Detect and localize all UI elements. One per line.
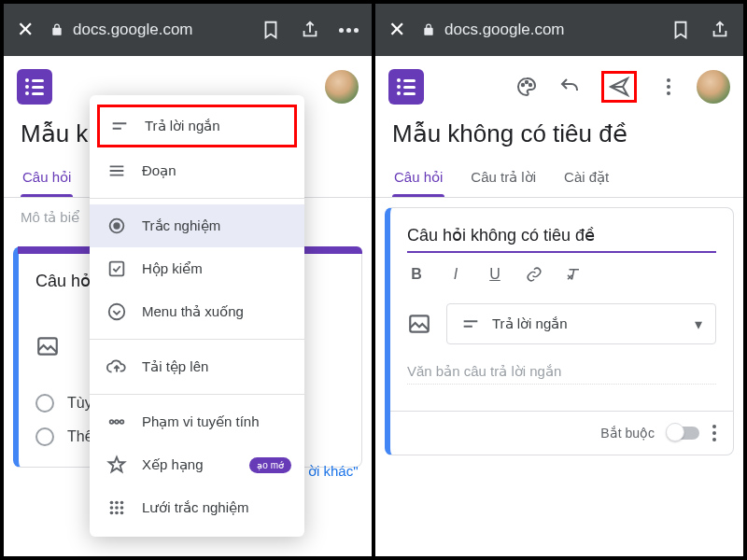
upload-icon [106,357,127,377]
svg-point-15 [115,511,119,515]
dropdown-icon [106,301,127,322]
bookmark-icon[interactable] [670,20,691,40]
url-text[interactable]: docs.google.com [73,21,193,39]
close-tab-icon[interactable]: ✕ [388,18,405,42]
format-toolbar: B I U [407,266,716,287]
radio-icon [106,216,127,236]
close-tab-icon[interactable]: ✕ [17,18,34,42]
svg-point-6 [115,420,119,424]
star-icon [106,455,127,475]
svg-point-5 [110,420,114,424]
bold-button[interactable]: B [407,266,426,287]
menu-linear-scale[interactable]: Phạm vi tuyến tính [90,400,304,443]
checkbox-icon [106,259,127,279]
browser-more-icon[interactable] [339,28,359,33]
question-card: Câu hỏi không có tiêu đề B I U [385,207,734,455]
lock-icon [422,23,435,36]
menu-multiple-choice[interactable]: Trắc nghiệm [90,204,304,247]
browser-bar: ✕ docs.google.com [375,4,743,56]
new-badge: ạo mớ [249,457,291,473]
tab-questions[interactable]: Câu hỏi [392,161,444,197]
menu-rating[interactable]: Xếp hạng ạo mớ [90,443,304,486]
forms-logo-icon[interactable] [388,69,424,105]
svg-point-16 [120,511,124,515]
svg-point-2 [114,223,120,229]
app-header [375,56,743,114]
image-icon[interactable] [35,334,60,358]
url-text[interactable]: docs.google.com [444,21,565,39]
svg-point-10 [120,501,124,505]
tabs: Câu hỏi Câu trả lời Cài đặt [375,161,743,198]
grid-icon [106,497,127,518]
menu-short-answer[interactable]: Trả lời ngắn [97,105,297,147]
clear-format-button[interactable] [564,266,583,287]
image-icon[interactable] [407,312,431,336]
tab-settings[interactable]: Cài đặt [562,161,611,197]
menu-dropdown[interactable]: Menu thả xuống [90,290,304,333]
send-icon[interactable] [608,76,630,98]
menu-grid[interactable]: Lưới trắc nghiệm [90,486,304,529]
question-type-select[interactable]: Trả lời ngắn ▾ [446,303,716,344]
question-title-input[interactable]: Câu hỏi không có tiêu đề [407,225,716,251]
share-icon[interactable] [710,20,730,40]
svg-point-13 [120,506,124,510]
paragraph-icon [106,161,127,181]
palette-icon[interactable] [515,76,538,98]
svg-rect-3 [110,262,124,276]
question-more-icon[interactable] [712,425,716,441]
svg-point-8 [110,501,114,505]
link-button[interactable] [525,266,543,287]
share-icon[interactable] [300,20,320,40]
tab-responses[interactable]: Câu trả lời [469,161,538,197]
lock-icon [50,23,63,36]
required-label: Bắt buộc [600,426,655,441]
answer-hint-text: Văn bản câu trả lời ngắn [407,344,716,385]
required-toggle[interactable] [668,427,699,440]
menu-paragraph[interactable]: Đoạn [90,149,304,192]
avatar[interactable] [325,70,359,104]
bookmark-icon[interactable] [261,20,281,40]
italic-button[interactable]: I [446,266,465,287]
svg-point-4 [109,304,125,320]
undo-icon[interactable] [558,76,581,98]
short-answer-icon [460,314,481,334]
short-answer-icon [109,116,130,136]
svg-point-19 [529,84,531,86]
send-highlight [601,71,637,103]
browser-bar: ✕ docs.google.com [4,4,372,56]
chevron-down-icon: ▾ [695,315,702,333]
menu-file-upload[interactable]: Tải tệp lên [90,345,304,388]
underline-button[interactable]: U [486,266,504,287]
form-title[interactable]: Mẫu không có tiêu đề [375,114,743,161]
more-icon[interactable] [657,76,680,98]
svg-point-18 [526,81,528,83]
svg-point-14 [110,511,114,515]
linear-scale-icon [106,412,127,432]
svg-point-9 [115,501,119,505]
svg-point-17 [522,84,524,86]
forms-logo-icon[interactable] [17,69,52,105]
add-other-link[interactable]: ời khác" [308,463,359,480]
avatar[interactable] [697,70,730,104]
tab-questions[interactable]: Câu hỏi [21,161,73,197]
menu-checkbox[interactable]: Hộp kiểm [90,247,304,290]
svg-point-12 [115,506,119,510]
question-type-dropdown: Trả lời ngắn Đoạn Trắc nghiệm Hộp kiểm M… [90,95,304,537]
svg-point-11 [110,506,114,510]
svg-point-7 [120,420,124,424]
